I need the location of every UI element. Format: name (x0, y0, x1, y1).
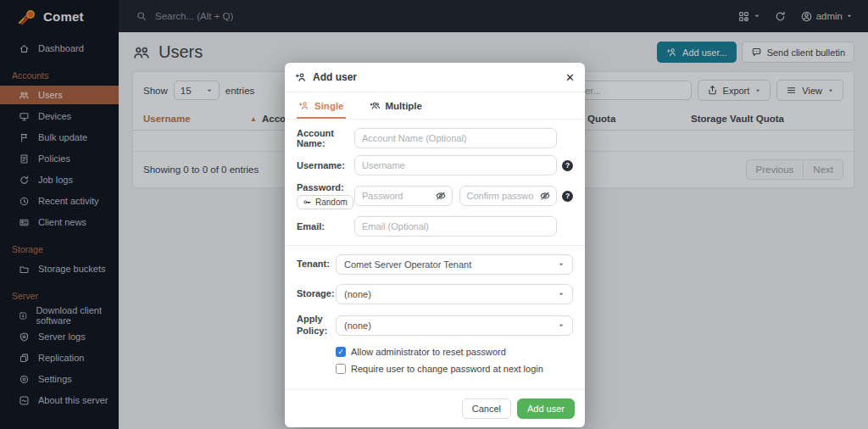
person-plus-icon (295, 71, 307, 83)
username-help-icon[interactable]: ? (562, 160, 573, 171)
random-password-button[interactable]: Random (297, 195, 353, 209)
chevron-down-icon (558, 291, 565, 298)
tenant-select[interactable]: Comet Server Operator Tenant (336, 254, 573, 275)
tab-multiple[interactable]: Multiple (368, 92, 424, 119)
chevron-down-icon (558, 261, 565, 268)
person-plus-icon (298, 100, 309, 111)
password-help-icon[interactable]: ? (562, 191, 573, 202)
eye-slash-icon[interactable] (435, 190, 447, 202)
close-icon[interactable]: ✕ (565, 72, 575, 83)
email-label: Email: (297, 221, 354, 231)
username-label: Username: (297, 160, 354, 170)
app-root: Comet DashboardAccountsUsersDevicesBulk … (0, 0, 868, 429)
email-field[interactable] (354, 216, 557, 237)
tab-single[interactable]: Single (297, 92, 346, 119)
allow-admin-reset-label: Allow administrator to reset password (351, 347, 506, 357)
add-user-modal: Add user ✕ Single Multiple Account Name:… (285, 63, 585, 427)
password-label: Password: (297, 182, 344, 192)
apply-policy-select[interactable]: (none) (336, 315, 573, 336)
modal-body: Account Name: Username: ? Password: Rand… (285, 120, 585, 382)
tenant-label: Tenant: (297, 259, 336, 270)
username-field[interactable] (354, 155, 557, 176)
storage-label: Storage: (297, 288, 336, 300)
storage-select[interactable]: (none) (336, 284, 573, 304)
modal-footer: Cancel Add user (285, 389, 585, 427)
account-name-field[interactable] (354, 128, 557, 148)
people-plus-icon (370, 100, 381, 111)
apply-policy-label: Apply Policy: (297, 314, 336, 337)
submit-add-user-button[interactable]: Add user (517, 398, 575, 419)
eye-slash-icon[interactable] (539, 190, 551, 202)
divider (285, 245, 585, 246)
allow-admin-reset-checkbox[interactable]: ✓ (336, 347, 346, 357)
key-icon (303, 198, 312, 207)
chevron-down-icon (558, 322, 565, 329)
modal-title: Add user (313, 71, 357, 83)
require-password-change-label: Require user to change password at next … (351, 364, 543, 374)
require-password-change-checkbox[interactable] (336, 364, 346, 374)
modal-header: Add user ✕ (285, 63, 585, 92)
cancel-button[interactable]: Cancel (462, 398, 511, 419)
account-name-label: Account Name: (297, 128, 354, 148)
modal-tabs: Single Multiple (285, 92, 585, 120)
